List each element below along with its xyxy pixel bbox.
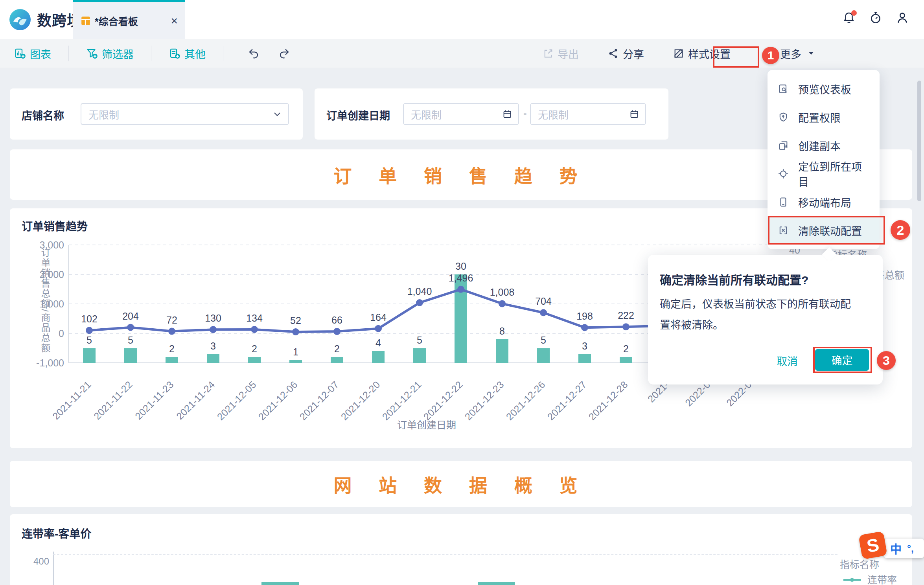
export-icon bbox=[543, 48, 554, 59]
svg-text:130: 130 bbox=[205, 313, 221, 324]
menu-item-create-copy[interactable]: 创建副本 bbox=[768, 131, 880, 160]
svg-text:2021-12-05: 2021-12-05 bbox=[215, 379, 258, 422]
svg-text:704: 704 bbox=[535, 296, 552, 307]
rate-price-y-axis-line bbox=[53, 552, 54, 585]
svg-text:198: 198 bbox=[576, 311, 593, 322]
svg-text:1,496: 1,496 bbox=[449, 272, 473, 283]
chevron-down-icon bbox=[272, 109, 282, 119]
undo-button[interactable] bbox=[248, 48, 260, 59]
calendar-icon bbox=[629, 109, 639, 119]
locate-project-icon bbox=[778, 168, 789, 179]
chart2-legend-title: 指标名称 bbox=[840, 557, 879, 571]
svg-text:204: 204 bbox=[122, 311, 139, 322]
svg-text:164: 164 bbox=[370, 312, 387, 323]
annotation-box-more bbox=[713, 46, 759, 68]
doc-add-icon bbox=[169, 48, 180, 59]
permission-shield-icon bbox=[778, 112, 789, 123]
logo-wave-icon bbox=[9, 8, 31, 31]
toolbar-other-button[interactable]: 其他 bbox=[166, 46, 208, 61]
chart2-legend-item[interactable]: 连带率 bbox=[867, 572, 897, 585]
menu-item-permission-shield[interactable]: 配置权限 bbox=[768, 103, 880, 131]
svg-text:2021-12-21: 2021-12-21 bbox=[380, 379, 423, 422]
svg-text:2: 2 bbox=[169, 343, 175, 354]
shop-select-placeholder: 无限制 bbox=[88, 107, 272, 121]
date-end-input[interactable]: 无限制 bbox=[530, 103, 646, 125]
redo-button[interactable] bbox=[278, 48, 290, 59]
user-icon[interactable] bbox=[896, 11, 909, 24]
style-settings-icon bbox=[673, 48, 684, 59]
rate-price-chart-title: 连带率-客单价 bbox=[22, 525, 91, 541]
chart2-legend-line-marker bbox=[843, 577, 861, 583]
svg-text:1: 1 bbox=[293, 346, 298, 357]
svg-text:2021-12-28: 2021-12-28 bbox=[586, 379, 629, 422]
svg-text:52: 52 bbox=[290, 315, 301, 326]
page-scrollbar[interactable] bbox=[917, 81, 921, 201]
notification-dot bbox=[851, 10, 857, 16]
site-overview-banner-title: 网 站 数 据 概 览 bbox=[10, 471, 912, 497]
svg-text:订单创建日期: 订单创建日期 bbox=[397, 419, 456, 430]
svg-text:5: 5 bbox=[128, 335, 133, 346]
tab-title: *综合看板 bbox=[95, 14, 171, 28]
svg-text:102: 102 bbox=[81, 313, 98, 324]
history-clock-icon[interactable] bbox=[869, 11, 882, 24]
dialog-body: 确定后，仪表板当前状态下的所有联动配 置将被清除。 bbox=[660, 294, 874, 336]
annotation-step-2: 2 bbox=[891, 220, 910, 240]
create-copy-icon bbox=[778, 140, 789, 151]
dashboard-tab[interactable]: *综合看板 × bbox=[73, 0, 185, 39]
svg-text:2: 2 bbox=[334, 343, 340, 354]
export-button[interactable]: 导出 bbox=[543, 46, 579, 61]
svg-text:3: 3 bbox=[210, 340, 216, 351]
svg-text:2: 2 bbox=[623, 343, 629, 354]
site-overview-banner-card: 网 站 数 据 概 览 bbox=[10, 461, 912, 507]
svg-text:2021-11-21: 2021-11-21 bbox=[50, 379, 93, 422]
svg-text:134: 134 bbox=[246, 313, 263, 324]
toolbar-chart-button[interactable]: 图表 bbox=[12, 46, 53, 61]
svg-text:2021-11-23: 2021-11-23 bbox=[133, 379, 176, 422]
share-button[interactable]: 分享 bbox=[608, 46, 644, 61]
svg-text:8: 8 bbox=[499, 326, 505, 337]
svg-text:2,000: 2,000 bbox=[39, 269, 64, 280]
svg-text:1,000: 1,000 bbox=[39, 298, 64, 309]
toolbar-divider bbox=[68, 46, 69, 61]
svg-text:5: 5 bbox=[417, 335, 422, 346]
redo-icon bbox=[278, 48, 290, 59]
toolbar-divider bbox=[151, 46, 151, 61]
toolbar-filter-button[interactable]: 筛选器 bbox=[84, 46, 136, 61]
menu-item-preview-dashboard[interactable]: 预览仪表板 bbox=[768, 75, 880, 103]
top-bar: 数跨境BI *综合看板 × bbox=[0, 0, 924, 39]
rate-price-y-tick: 400 bbox=[18, 556, 49, 567]
cancel-button[interactable]: 取消 bbox=[777, 353, 798, 368]
svg-text:2021-12-26: 2021-12-26 bbox=[504, 379, 547, 422]
svg-text:2021-11-22: 2021-11-22 bbox=[92, 379, 134, 422]
svg-text:2021-12-27: 2021-12-27 bbox=[545, 379, 588, 422]
svg-text:0: 0 bbox=[59, 328, 64, 339]
shop-filter-card: 店铺名称 无限制 bbox=[10, 88, 303, 140]
preview-dashboard-icon bbox=[778, 83, 789, 94]
chart-add-icon bbox=[14, 48, 26, 59]
menu-item-mobile-layout[interactable]: 移动端布局 bbox=[768, 188, 880, 216]
date-start-input[interactable]: 无限制 bbox=[403, 103, 519, 125]
dashboard-grid-icon bbox=[81, 16, 91, 26]
svg-text:1,008: 1,008 bbox=[490, 287, 515, 298]
tab-close-icon[interactable]: × bbox=[171, 15, 178, 27]
svg-text:5: 5 bbox=[87, 335, 92, 346]
menu-item-locate-project[interactable]: 定位到所在项目 bbox=[768, 160, 880, 188]
ime-lang: 中 bbox=[890, 540, 902, 557]
rate-price-bar-partial bbox=[478, 582, 515, 585]
undo-icon bbox=[248, 48, 260, 59]
svg-text:30: 30 bbox=[455, 261, 466, 272]
share-icon bbox=[608, 48, 619, 59]
svg-text:2021-12-23: 2021-12-23 bbox=[462, 379, 506, 422]
ime-bar[interactable]: 中 °, bbox=[884, 539, 924, 558]
caret-down-icon bbox=[808, 50, 815, 57]
toolbar-divider bbox=[223, 46, 223, 61]
svg-text:2: 2 bbox=[252, 343, 257, 354]
shop-select[interactable]: 无限制 bbox=[81, 103, 289, 125]
rate-price-gridline bbox=[53, 554, 837, 555]
date-start-placeholder: 无限制 bbox=[411, 107, 502, 121]
rate-price-chart-card: 连带率-客单价 400 指标名称 连带率 bbox=[10, 514, 912, 585]
filter-add-icon bbox=[86, 48, 98, 59]
ime-punct: °, bbox=[907, 543, 914, 554]
svg-text:2021-11-24: 2021-11-24 bbox=[174, 379, 217, 422]
notification-bell-icon[interactable] bbox=[842, 11, 856, 24]
